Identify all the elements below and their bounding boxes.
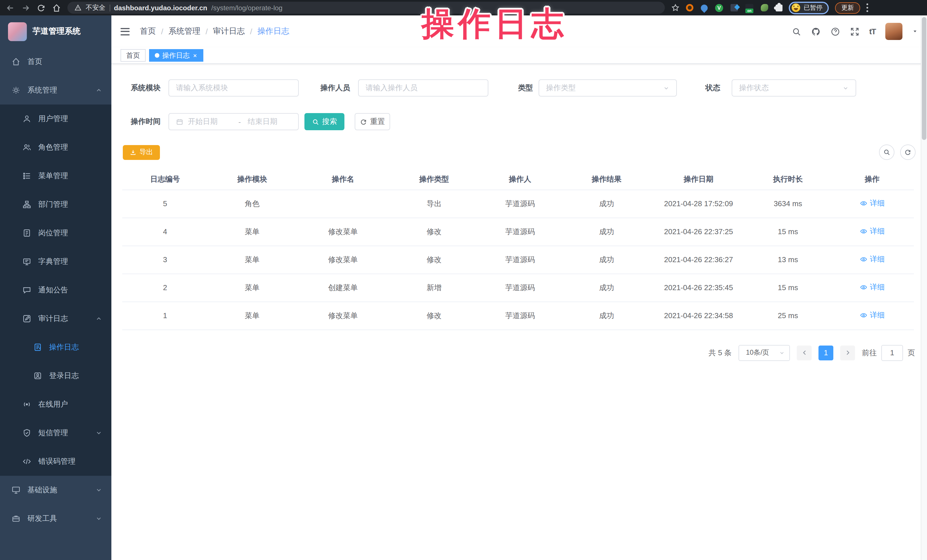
extension-switch-icon[interactable]: on — [745, 4, 753, 12]
breadcrumb-audit-log[interactable]: 审计日志 — [213, 26, 245, 36]
online-users-icon — [22, 400, 31, 409]
close-icon[interactable] — [193, 53, 198, 58]
extension-on-badge: on — [745, 8, 753, 13]
infrastructure-icon — [11, 486, 21, 495]
app-logo-row[interactable]: 芋道管理系统 — [0, 15, 111, 47]
dictionary-icon — [22, 257, 31, 266]
page-size-select[interactable]: 10条/页 — [739, 344, 790, 361]
date-range-input[interactable]: 开始日期 - 结束日期 — [169, 113, 299, 130]
url-divider — [109, 4, 110, 11]
search-button[interactable]: 搜索 — [304, 113, 344, 130]
browser-forward-icon[interactable] — [21, 3, 30, 12]
security-label[interactable]: 不安全 — [86, 3, 105, 12]
col-module: 操作模块 — [208, 169, 296, 190]
address-bar[interactable]: 不安全 dashboard.yudao.iocoder.cn/system/lo… — [67, 2, 665, 14]
chevron-up-icon — [96, 315, 102, 322]
export-button[interactable]: 导出 — [123, 145, 160, 159]
detail-link[interactable]: 详细 — [860, 254, 885, 264]
extensions-puzzle-icon[interactable] — [776, 4, 783, 11]
breadcrumb: 首页 / 系统管理 / 审计日志 / 操作日志 — [140, 26, 289, 36]
filter-row-1: 系统模块 请输入系统模块 操作人员 请输入操作人员 类型 操作类型 状态 操作状… — [123, 79, 916, 97]
home-icon — [11, 57, 21, 66]
type-select[interactable]: 操作类型 — [539, 79, 677, 97]
tag-home[interactable]: 首页 — [120, 49, 146, 62]
sidebar: 芋道管理系统 首页 系统管理 用户管理 角色管理 — [0, 15, 111, 560]
detail-link[interactable]: 详细 — [860, 310, 885, 320]
sidebar-item-notice[interactable]: 通知公告 — [0, 276, 111, 304]
table-row: 4 菜单 修改菜单 修改 芋道源码 成功 2021-04-26 22:37:25… — [122, 218, 914, 246]
sidebar-item-error-code[interactable]: 错误码管理 — [0, 447, 111, 476]
extensions-row: V on — [686, 4, 783, 12]
login-log-icon — [33, 371, 42, 380]
url-host[interactable]: dashboard.yudao.iocoder.cn — [114, 4, 207, 12]
browser-update-button[interactable]: 更新 — [835, 2, 860, 14]
extension-stack-icon[interactable] — [731, 4, 738, 11]
user-avatar[interactable] — [885, 23, 903, 40]
table-toolbar: 导出 — [123, 144, 916, 160]
sidebar-item-system-management[interactable]: 系统管理 — [0, 76, 111, 105]
user-icon — [22, 114, 31, 123]
eye-icon — [860, 283, 868, 291]
browser-profile-chip[interactable]: 已暂停 — [789, 2, 829, 14]
operator-label: 操作人员 — [307, 83, 358, 93]
detail-link[interactable]: 详细 — [860, 226, 885, 237]
github-icon[interactable] — [811, 27, 821, 36]
goto-page-input[interactable] — [881, 344, 903, 361]
start-date-placeholder[interactable]: 开始日期 — [188, 117, 232, 127]
sidebar-item-home[interactable]: 首页 — [0, 47, 111, 76]
sidebar-item-menu-management[interactable]: 菜单管理 — [0, 162, 111, 190]
page-number-1[interactable]: 1 — [819, 345, 833, 360]
fullscreen-icon[interactable] — [850, 27, 860, 36]
url-path[interactable]: /system/log/operate-log — [211, 4, 283, 12]
extension-green-icon[interactable]: V — [715, 4, 723, 12]
tag-operate-log[interactable]: 操作日志 — [149, 49, 203, 62]
browser-home-icon[interactable] — [52, 3, 61, 12]
scrollbar-track[interactable] — [921, 15, 927, 560]
menu-list-icon — [22, 171, 31, 181]
scrollbar-thumb[interactable] — [922, 17, 926, 140]
extension-orange-icon[interactable] — [686, 4, 693, 11]
avatar-caret-icon[interactable] — [912, 29, 918, 34]
sidebar-item-infrastructure[interactable]: 基础设施 — [0, 476, 111, 504]
table-header-row: 日志编号 操作模块 操作名 操作类型 操作人 操作结果 操作日期 执行时长 操作 — [122, 169, 914, 190]
prev-page-button[interactable] — [797, 345, 812, 360]
not-secure-warning-icon — [74, 4, 82, 11]
date-separator: - — [236, 117, 243, 126]
breadcrumb-home[interactable]: 首页 — [140, 26, 156, 36]
sidebar-item-login-log[interactable]: 登录日志 — [0, 361, 111, 390]
extension-pin-icon[interactable] — [699, 3, 709, 12]
sidebar-item-audit-log[interactable]: 审计日志 — [0, 304, 111, 333]
sidebar-item-role-management[interactable]: 角色管理 — [0, 133, 111, 162]
font-size-icon[interactable]: tT — [869, 27, 875, 36]
sidebar-item-online-users[interactable]: 在线用户 — [0, 390, 111, 419]
browser-menu-icon[interactable] — [866, 3, 868, 12]
profile-status-label: 已暂停 — [804, 3, 822, 12]
sidebar-item-operate-log[interactable]: 操作日志 — [0, 333, 111, 361]
sidebar-item-dict-management[interactable]: 字典管理 — [0, 247, 111, 276]
toggle-search-button[interactable] — [879, 144, 894, 160]
extension-leaf-icon[interactable] — [761, 4, 768, 11]
detail-link[interactable]: 详细 — [860, 282, 885, 293]
operator-input[interactable]: 请输入操作人员 — [358, 79, 488, 97]
refresh-table-button[interactable] — [900, 144, 916, 160]
reset-button[interactable]: 重置 — [355, 113, 390, 130]
detail-link[interactable]: 详细 — [860, 198, 885, 208]
sidebar-item-dept-management[interactable]: 部门管理 — [0, 190, 111, 219]
end-date-placeholder[interactable]: 结束日期 — [248, 117, 291, 127]
sidebar-item-dev-tools[interactable]: 研发工具 — [0, 504, 111, 533]
module-input[interactable]: 请输入系统模块 — [169, 79, 299, 97]
calendar-icon — [176, 118, 183, 125]
page-unit-label: 页 — [907, 348, 915, 358]
breadcrumb-system[interactable]: 系统管理 — [169, 26, 201, 36]
browser-back-icon[interactable] — [6, 3, 15, 12]
status-select[interactable]: 操作状态 — [732, 79, 856, 97]
sidebar-item-user-management[interactable]: 用户管理 — [0, 105, 111, 133]
help-icon[interactable] — [830, 27, 840, 36]
sidebar-item-sms-management[interactable]: 短信管理 — [0, 419, 111, 447]
browser-reload-icon[interactable] — [36, 3, 46, 12]
search-icon[interactable] — [792, 27, 801, 36]
hamburger-icon[interactable] — [120, 28, 130, 35]
bookmark-star-icon[interactable] — [671, 3, 680, 12]
sidebar-item-post-management[interactable]: 岗位管理 — [0, 219, 111, 247]
next-page-button[interactable] — [840, 345, 855, 360]
